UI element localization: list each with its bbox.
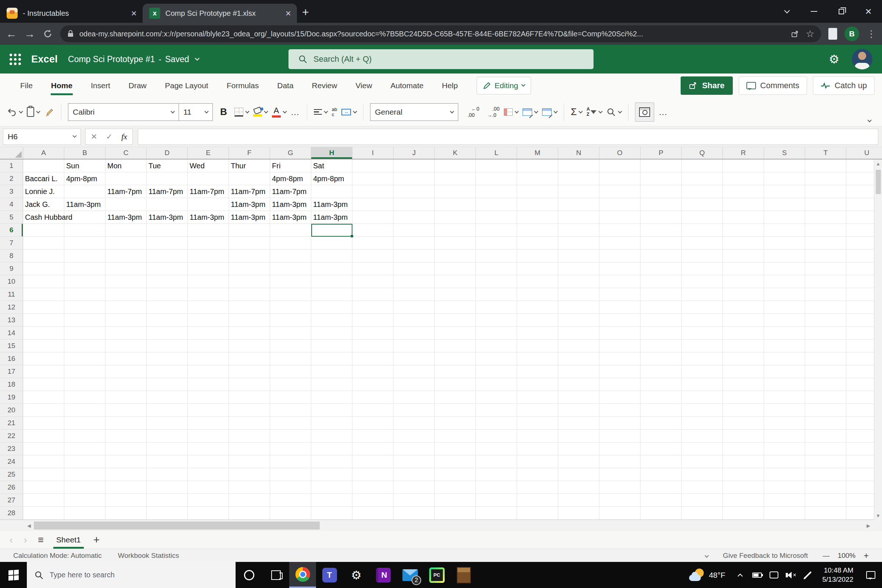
- grid-cell[interactable]: Sat: [311, 159, 352, 172]
- select-all-corner[interactable]: [0, 147, 23, 159]
- grid-cell[interactable]: [23, 262, 64, 275]
- mail-taskbar-button[interactable]: 2: [396, 562, 423, 588]
- grid-cell[interactable]: 11am-3pm: [64, 198, 105, 211]
- grid-cell[interactable]: [23, 417, 64, 430]
- grid-cell[interactable]: [147, 301, 188, 314]
- grid-cell[interactable]: [723, 224, 764, 237]
- grid-cell[interactable]: [805, 430, 846, 442]
- taskbar-search-input[interactable]: [50, 571, 228, 579]
- grid-cell[interactable]: 11am-7pm: [147, 185, 188, 198]
- grid-cell[interactable]: [682, 481, 723, 494]
- grid-cell[interactable]: [270, 275, 311, 288]
- grid-cell[interactable]: [682, 237, 723, 249]
- grid-cell[interactable]: [394, 288, 435, 301]
- grid-cell[interactable]: [682, 430, 723, 442]
- increase-decimal-button[interactable]: .00→.0: [484, 100, 500, 124]
- vertical-scrollbar[interactable]: ▲ ▼: [874, 159, 882, 520]
- grid-cell[interactable]: [764, 352, 805, 365]
- grid-cell[interactable]: [805, 159, 846, 172]
- calc-mode-status[interactable]: Calculation Mode: Automatic: [13, 552, 102, 560]
- grid-cell[interactable]: [311, 262, 352, 275]
- grid-cell[interactable]: [805, 249, 846, 262]
- share-page-icon[interactable]: [790, 29, 800, 38]
- grid-cell[interactable]: [64, 301, 105, 314]
- cast-tray-icon[interactable]: [765, 572, 782, 579]
- grid-cell[interactable]: [476, 185, 517, 198]
- grid-cell[interactable]: [188, 378, 229, 391]
- grid-cell[interactable]: [805, 455, 846, 468]
- grid-cell[interactable]: [64, 237, 105, 249]
- grid-cell[interactable]: [229, 404, 270, 417]
- grid-cell[interactable]: [640, 237, 682, 249]
- browser-tab-instructables[interactable]: - Instructables ×: [0, 4, 142, 23]
- grid-cell[interactable]: [270, 262, 311, 275]
- grid-cell[interactable]: [270, 249, 311, 262]
- grid-cell[interactable]: [599, 378, 640, 391]
- grid-cell[interactable]: [558, 262, 599, 275]
- grid-cell[interactable]: [394, 468, 435, 481]
- grid-cell[interactable]: [640, 481, 682, 494]
- grid-cell[interactable]: [352, 340, 394, 352]
- grid-cell[interactable]: [352, 378, 394, 391]
- grid-cell[interactable]: [105, 391, 147, 404]
- grid-cell[interactable]: [352, 249, 394, 262]
- grid-cell[interactable]: [229, 301, 270, 314]
- grid-cell[interactable]: [105, 378, 147, 391]
- grid-cell[interactable]: [105, 224, 147, 237]
- prev-sheet-icon[interactable]: ‹: [9, 534, 13, 546]
- bold-button[interactable]: B: [217, 106, 230, 118]
- grid-cell[interactable]: [147, 224, 188, 237]
- grid-cell[interactable]: [394, 159, 435, 172]
- grid-cell[interactable]: [147, 507, 188, 520]
- grid-cell[interactable]: [105, 172, 147, 185]
- cancel-icon[interactable]: ✕: [91, 132, 98, 141]
- grid-cell[interactable]: [105, 481, 147, 494]
- row-header-3[interactable]: 3: [0, 185, 23, 198]
- grid-cell[interactable]: [188, 249, 229, 262]
- row-header-27[interactable]: 27: [0, 494, 23, 507]
- grid-cell[interactable]: [23, 430, 64, 442]
- grid-cell[interactable]: [723, 237, 764, 249]
- collapse-ribbon-button[interactable]: [868, 117, 874, 126]
- grid-cell[interactable]: [147, 340, 188, 352]
- format-as-table-button[interactable]: [523, 108, 538, 116]
- action-center-button[interactable]: [859, 571, 882, 579]
- grid-cell[interactable]: [188, 391, 229, 404]
- grid-cell[interactable]: [435, 198, 476, 211]
- grid-cell[interactable]: [682, 365, 723, 378]
- grid-cell[interactable]: [599, 430, 640, 442]
- grid-cell[interactable]: [805, 494, 846, 507]
- grid-cell[interactable]: 11am-3pm: [229, 211, 270, 224]
- grid-cell[interactable]: [311, 352, 352, 365]
- ribbon-tab-page-layout[interactable]: Page Layout: [156, 74, 218, 98]
- grid-cell[interactable]: [352, 327, 394, 340]
- grid-cell[interactable]: [311, 249, 352, 262]
- chevron-down-icon[interactable]: [72, 134, 76, 138]
- grid-cell[interactable]: [517, 275, 558, 288]
- grid-cell[interactable]: [270, 404, 311, 417]
- column-header-M[interactable]: M: [517, 147, 558, 159]
- excel-search-box[interactable]: [288, 49, 594, 69]
- grid-cell[interactable]: [558, 185, 599, 198]
- grid-cell[interactable]: [599, 185, 640, 198]
- font-name-select[interactable]: Calibri: [68, 104, 178, 120]
- grid-cell[interactable]: [23, 159, 64, 172]
- grid-cell[interactable]: [640, 430, 682, 442]
- grid-cell[interactable]: [105, 468, 147, 481]
- grid-cell[interactable]: [394, 275, 435, 288]
- grid-cell[interactable]: [394, 172, 435, 185]
- grid-cell[interactable]: [805, 378, 846, 391]
- grid-cell[interactable]: [147, 391, 188, 404]
- grid-cell[interactable]: [682, 301, 723, 314]
- grid-cell[interactable]: [476, 365, 517, 378]
- grid-cell[interactable]: [311, 391, 352, 404]
- grid-cell[interactable]: [640, 288, 682, 301]
- row-header-9[interactable]: 9: [0, 262, 23, 275]
- grid-cell[interactable]: [105, 275, 147, 288]
- grid-cell[interactable]: [682, 507, 723, 520]
- sort-filter-button[interactable]: AZ: [586, 107, 602, 117]
- grid-cell[interactable]: [311, 494, 352, 507]
- column-header-E[interactable]: E: [188, 147, 229, 159]
- undo-button[interactable]: [8, 107, 22, 117]
- grid-cell[interactable]: [270, 340, 311, 352]
